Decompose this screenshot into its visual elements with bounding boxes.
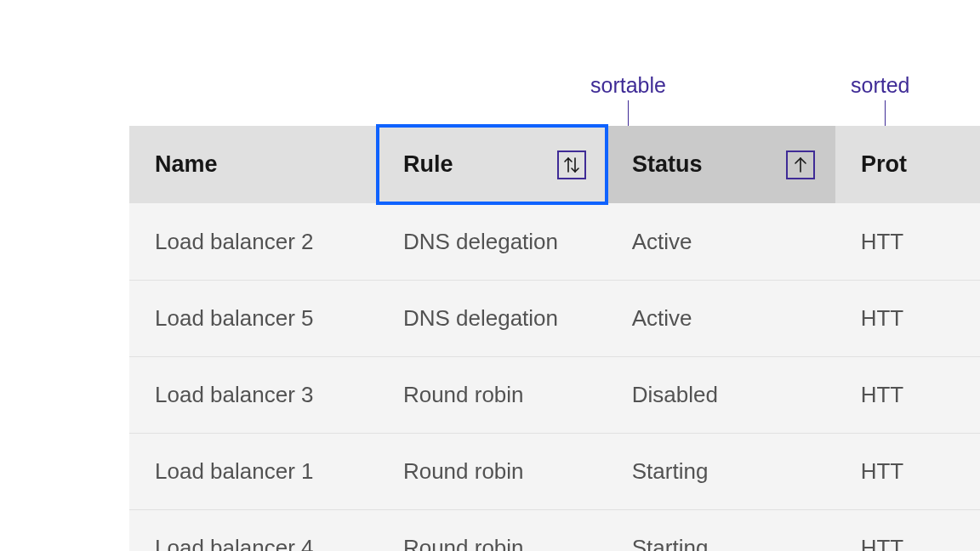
column-header-protocol-label: Prot bbox=[861, 151, 907, 178]
cell-protocol: HTT bbox=[835, 229, 980, 255]
cell-rule: DNS delegation bbox=[378, 229, 607, 255]
column-header-rule-label: Rule bbox=[403, 151, 453, 178]
annotation-sortable-label: sortable bbox=[590, 73, 666, 98]
table-header-row: Name Rule Status bbox=[129, 126, 980, 204]
annotation-sorted-label: sorted bbox=[851, 73, 909, 98]
table-row[interactable]: Load balancer 1 Round robin Starting HTT bbox=[129, 434, 980, 510]
column-header-rule[interactable]: Rule bbox=[378, 126, 607, 203]
cell-rule: Round robin bbox=[378, 535, 607, 551]
cell-name: Load balancer 5 bbox=[129, 305, 378, 332]
cell-status: Starting bbox=[607, 535, 835, 551]
cell-status: Disabled bbox=[607, 382, 835, 408]
cell-name: Load balancer 3 bbox=[129, 382, 378, 408]
table-row[interactable]: Load balancer 3 Round robin Disabled HTT bbox=[129, 357, 980, 434]
cell-name: Load balancer 2 bbox=[129, 229, 378, 255]
table-row[interactable]: Load balancer 5 DNS delegation Active HT… bbox=[129, 281, 980, 357]
sort-both-icon[interactable] bbox=[557, 151, 586, 179]
sort-ascending-icon[interactable] bbox=[786, 151, 815, 179]
column-header-status[interactable]: Status bbox=[607, 126, 835, 203]
cell-protocol: HTT bbox=[835, 458, 980, 485]
cell-protocol: HTT bbox=[835, 305, 980, 332]
table-body: Load balancer 2 DNS delegation Active HT… bbox=[129, 204, 980, 551]
cell-rule: Round robin bbox=[378, 458, 607, 485]
column-header-name[interactable]: Name bbox=[129, 126, 378, 203]
cell-protocol: HTT bbox=[835, 535, 980, 551]
table-row[interactable]: Load balancer 2 DNS delegation Active HT… bbox=[129, 204, 980, 281]
column-header-protocol[interactable]: Prot bbox=[835, 126, 980, 203]
cell-name: Load balancer 1 bbox=[129, 458, 378, 485]
cell-protocol: HTT bbox=[835, 382, 980, 408]
column-header-name-label: Name bbox=[155, 151, 218, 178]
cell-status: Active bbox=[607, 229, 835, 255]
cell-status: Starting bbox=[607, 458, 835, 485]
cell-rule: Round robin bbox=[378, 382, 607, 408]
cell-status: Active bbox=[607, 305, 835, 332]
cell-name: Load balancer 4 bbox=[129, 535, 378, 551]
cell-rule: DNS delegation bbox=[378, 305, 607, 332]
table-row[interactable]: Load balancer 4 Round robin Starting HTT bbox=[129, 510, 980, 551]
column-header-status-label: Status bbox=[632, 151, 703, 178]
data-table: Name Rule Status bbox=[129, 126, 980, 551]
